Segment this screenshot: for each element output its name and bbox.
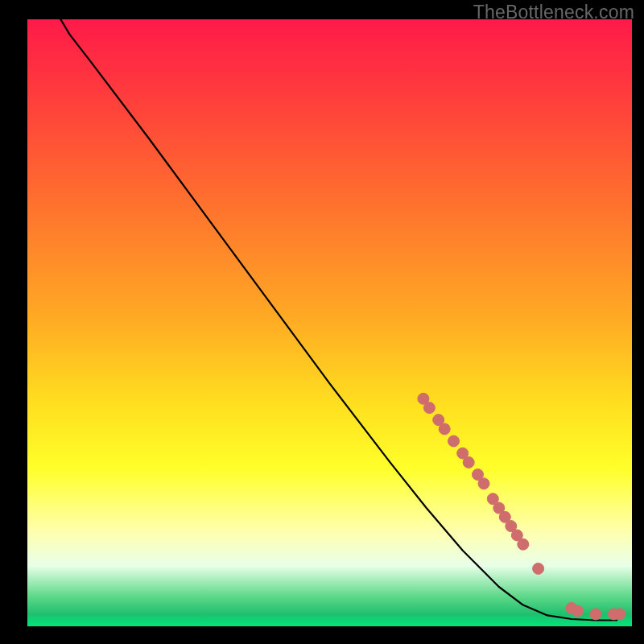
data-point — [463, 456, 474, 468]
chart-frame: TheBottleneck.com — [0, 0, 644, 644]
data-point — [478, 478, 489, 489]
data-point — [448, 436, 460, 447]
data-point-dots — [418, 393, 625, 620]
data-point — [572, 605, 583, 617]
curve-layer — [27, 19, 632, 626]
main-curve — [60, 19, 617, 621]
data-point — [533, 563, 544, 574]
data-point — [518, 539, 529, 550]
data-point — [439, 423, 450, 435]
watermark-text: TheBottleneck.com — [473, 2, 634, 23]
plot-area — [27, 19, 632, 626]
data-point — [614, 609, 625, 620]
data-point — [590, 609, 601, 620]
data-point — [423, 402, 435, 414]
